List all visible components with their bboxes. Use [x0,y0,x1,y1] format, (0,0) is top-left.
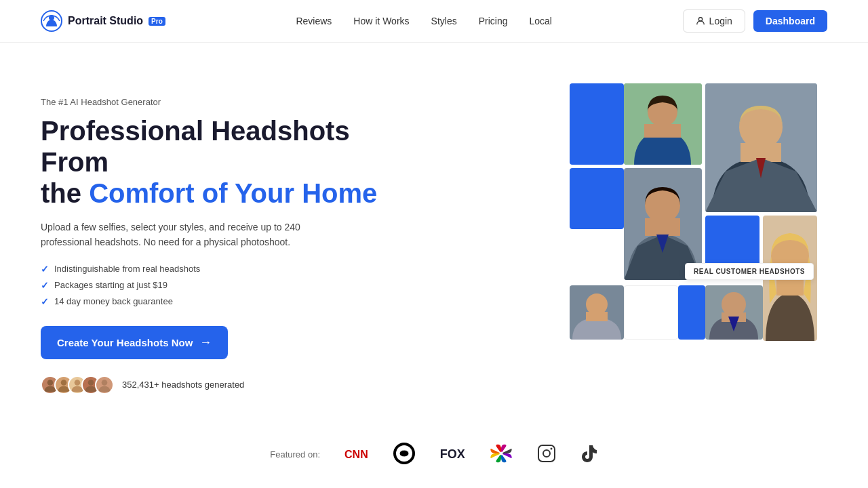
hero-tag: The #1 AI Headshot Generator [41,97,420,107]
nav-actions: Login Dashboard [683,9,827,33]
dashboard-button[interactable]: Dashboard [753,10,827,32]
nbc-peacock-icon [490,444,513,463]
check-item-2: ✓ Packages starting at just $19 [41,280,420,291]
cbs-logo [393,442,416,468]
avatar-group [41,375,114,394]
proof-text: 352,431+ headshots generated [122,380,244,390]
fox-logo: FOX [440,447,465,462]
logo-text: Portrait Studio [68,15,143,27]
featured-section: Featured on: CNN FOX [0,422,868,488]
avatar-5 [95,375,114,394]
nav-links: Reviews How it Works Styles Pricing Loca… [296,16,552,26]
svg-point-4 [61,380,67,386]
photo-grid-container: REAL CUSTOMER HEADSHOTS [570,83,821,341]
blue-block-4 [678,285,705,340]
svg-point-31 [499,451,502,455]
man-small-silhouette [570,285,624,340]
svg-rect-19 [586,312,608,321]
hero-title-line2: the [41,178,89,208]
featured-label: Featured on: [270,449,320,460]
man-bottom-silhouette [705,285,763,340]
white-block [624,285,678,340]
check-icon-1: ✓ [41,264,49,274]
instagram-logo [537,444,556,466]
photo-woman-top [624,83,702,165]
hero-title: Professional Headshots From the Comfort … [41,115,420,209]
blue-block-2 [570,168,624,229]
svg-point-5 [75,380,81,386]
tiktok-icon [580,444,598,463]
hero-section: The #1 AI Headshot Generator Professiona… [0,43,868,422]
instagram-icon [537,444,556,463]
photo-man-small [570,285,624,340]
svg-rect-10 [644,124,681,138]
svg-point-34 [550,447,552,449]
logo-pro-badge: Pro [149,17,165,26]
svg-rect-16 [645,218,680,236]
hero-content: The #1 AI Headshot Generator Professiona… [41,83,420,394]
tiktok-logo [580,444,598,466]
blue-block-1 [570,83,624,165]
svg-point-33 [543,450,550,457]
check-icon-3: ✓ [41,296,49,307]
svg-point-3 [47,380,54,386]
arrow-icon: → [199,336,212,350]
social-proof: 352,431+ headshots generated [41,375,420,394]
logo-icon [41,10,62,32]
hero-title-line1: Professional Headshots From [41,116,350,177]
logo[interactable]: Portrait Studio Pro [41,10,165,32]
woman-silhouette [624,83,702,165]
man-large-silhouette [705,83,817,212]
real-customer-label: REAL CUSTOMER HEADSHOTS [685,263,814,280]
svg-point-29 [402,451,406,455]
check-item-3: ✓ 14 day money back guarantee [41,296,420,307]
hero-description: Upload a few selfies, select your styles… [41,220,326,250]
cbs-eye-icon [393,442,416,465]
photo-man-bottom [705,285,763,340]
login-button[interactable]: Login [683,9,745,33]
photo-man-large [705,83,817,212]
svg-point-2 [698,18,702,21]
navbar: Portrait Studio Pro Reviews How it Works… [0,0,868,43]
hero-checklist: ✓ Indistinguishable from real headshots … [41,264,420,307]
nav-how-it-works[interactable]: How it Works [353,16,409,26]
svg-point-7 [102,380,108,386]
nav-local[interactable]: Local [529,16,551,26]
nbc-logo [490,444,513,466]
nav-pricing[interactable]: Pricing [479,16,508,26]
user-icon [696,16,705,26]
hero-title-accent: Comfort of Your Home [89,178,377,208]
featured-row: Featured on: CNN FOX [41,442,827,468]
hero-photo-grid: REAL CUSTOMER HEADSHOTS [570,83,827,341]
svg-rect-32 [538,445,555,462]
nav-styles[interactable]: Styles [431,16,457,26]
cnn-logo: CNN [344,449,368,461]
svg-point-6 [88,380,94,386]
check-icon-2: ✓ [41,280,49,291]
cta-button[interactable]: Create Your Headshots Now → [41,326,228,359]
check-item-1: ✓ Indistinguishable from real headshots [41,264,420,274]
nav-reviews[interactable]: Reviews [296,16,332,26]
